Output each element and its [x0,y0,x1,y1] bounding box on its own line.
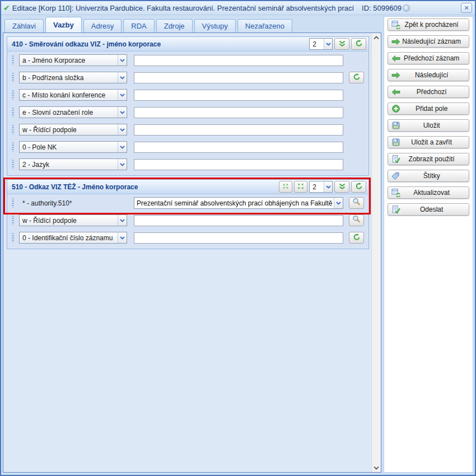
show-usage-button[interactable]: Zobrazit použití [388,153,469,165]
doc-check-icon [390,155,402,164]
subfield-value-input[interactable] [134,232,343,244]
vertical-scrollbar[interactable] [371,33,381,472]
scroll-down-icon[interactable] [373,465,380,470]
subfield-row: w - Řídící podpole [7,212,368,229]
subfield-value-input[interactable] [134,72,343,83]
subfield-select[interactable]: b - Podřízená složka [19,72,127,83]
reset-field-button[interactable] [351,38,366,50]
subfield-select[interactable]: 2 - Jazyk [19,158,127,170]
section-510-title: 510 - Odkaz VIZ TÉŽ - Jméno korporace [12,183,279,191]
tab-vazby[interactable]: Vazby [45,17,82,32]
occurrence-select-510[interactable]: 2 [309,181,333,193]
arrow-right-icon [390,72,402,79]
add-field-button[interactable]: Přidat pole [388,102,469,115]
occurrence-select-410[interactable]: 2 [309,38,333,50]
undo-icon [353,73,361,83]
drag-handle[interactable] [12,73,14,82]
subfield-select[interactable]: w - Řídící podpole [19,214,127,226]
drag-handle[interactable] [12,142,14,152]
tab-zahlavi[interactable]: Záhlavi [4,19,44,32]
tab-zdroje[interactable]: Zdroje [156,19,193,32]
save-button[interactable]: Uložit [388,119,469,132]
tab-rda[interactable]: RDA [123,19,154,32]
action-sidebar: Zpět k procházení Následující záznam Pře… [384,16,473,473]
drag-handle[interactable] [12,198,14,208]
check-icon: ✔ [3,3,10,12]
tags-button[interactable]: Štítky [388,170,469,182]
double-chevron-down-icon [338,182,346,192]
double-chevron-down-icon [338,39,346,49]
section-510-header: 510 - Odkaz VIZ TÉŽ - Jméno korporace [7,180,368,194]
subfield-value-input[interactable] [134,107,343,118]
undo-icon [353,233,361,243]
chevron-down-icon [118,215,127,226]
drag-handle[interactable] [12,216,14,225]
subfield-value-input[interactable] [134,90,343,101]
subfield-select[interactable]: c - Místo konání konference [19,89,127,101]
send-button[interactable]: Odeslat [388,203,469,216]
drag-handle[interactable] [12,233,14,242]
undo-icon [355,182,363,192]
authority-row: * - authority.510* Prezentační seminář a… [7,194,368,212]
subfield-select[interactable]: a - Jméno Korporace [19,54,127,66]
expand-rows-button[interactable] [334,181,349,193]
search-authority-button[interactable] [349,197,364,209]
collapse-all-button[interactable] [279,181,292,193]
back-to-browse-button[interactable]: Zpět k procházení [388,18,469,31]
authority-combobox[interactable]: Prezentační seminář absolventských prací… [134,197,343,209]
reset-field-button[interactable] [351,181,366,193]
undo-subfield-button[interactable] [349,232,364,244]
drag-handle[interactable] [12,90,14,100]
subfield-row: 0 - Pole NK [7,138,368,156]
search-icon [352,215,361,226]
chevron-down-icon [118,142,127,152]
tag-icon [390,171,402,180]
subfield-row: e - Slovní označení role [7,104,368,121]
tab-vystupy[interactable]: Výstupy [194,19,236,32]
section-410: 410 - Směrování odkazu VIZ - jméno korpo… [7,36,369,176]
subfield-value-input[interactable] [134,55,343,66]
tab-nezarazeno[interactable]: Nezařazeno [237,19,292,32]
next-record-button[interactable]: Následující záznam [388,35,469,48]
info-icon[interactable]: i [403,4,410,12]
drag-handle[interactable] [12,125,14,134]
drag-handle[interactable] [12,108,14,117]
subfield-value-input[interactable] [134,124,343,136]
tab-adresy[interactable]: Adresy [83,19,122,32]
undo-subfield-button[interactable] [349,72,364,83]
drag-handle[interactable] [12,160,14,169]
expand-rows-button[interactable] [334,38,349,50]
tabstrip: Záhlavi Vazby Adresy RDA Zdroje Výstupy … [3,15,381,32]
prev-record-button[interactable]: Předchozí záznam [388,52,469,64]
save-close-button[interactable]: Uložit a zavřít [388,136,469,148]
section-410-title: 410 - Směrování odkazu VIZ - jméno korpo… [12,40,309,48]
chevron-down-icon [118,107,127,118]
subfield-select[interactable]: 0 - Identifikační číslo záznamu [19,232,127,244]
authority-label: * - authority.510* [19,199,127,207]
search-icon [352,198,361,208]
subfield-value-input[interactable] [134,215,343,226]
subfield-select[interactable]: w - Řídící podpole [19,124,127,136]
expand-arrows-icon [297,182,305,192]
prev-button[interactable]: Předchozí [388,86,469,98]
expand-all-button[interactable] [294,181,307,193]
subfield-value-input[interactable] [134,142,343,153]
chevron-down-icon [118,124,127,135]
chevron-down-icon [118,159,127,170]
close-button[interactable]: ✕ [461,3,472,13]
table-refresh-icon [390,20,402,29]
drag-handle[interactable] [12,55,14,65]
scroll-up-icon[interactable] [373,35,380,40]
subfield-select[interactable]: 0 - Pole NK [19,141,127,153]
subfield-row: 2 - Jazyk [7,156,368,173]
search-authority-button[interactable] [349,214,364,226]
subfield-select[interactable]: e - Slovní označení role [19,106,127,118]
chevron-down-icon [324,39,332,49]
next-button[interactable]: Následující [388,69,469,81]
undo-icon [355,39,363,49]
editor-window: ✔ Editace [Korp 110]: Univerzita Pardubi… [0,0,476,476]
subfield-value-input[interactable] [134,159,343,170]
refresh-button[interactable]: Aktualizovat [388,186,469,199]
add-icon [390,104,402,113]
section-410-header: 410 - Směrování odkazu VIZ - jméno korpo… [7,37,368,52]
